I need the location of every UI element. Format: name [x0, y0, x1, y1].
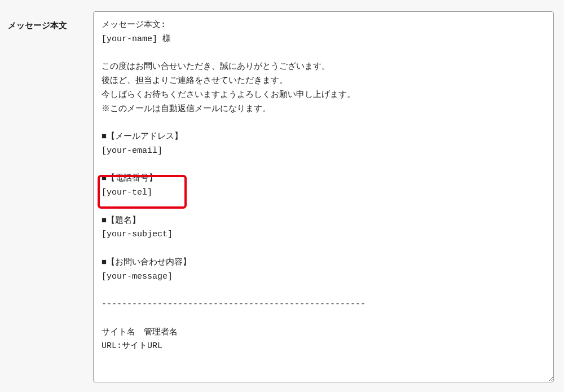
message-body-field [93, 11, 558, 382]
textarea-wrapper [93, 11, 554, 382]
message-body-textarea[interactable] [93, 11, 554, 382]
message-body-row: メッセージ本文 [0, 0, 564, 382]
message-body-label: メッセージ本文 [6, 11, 93, 31]
